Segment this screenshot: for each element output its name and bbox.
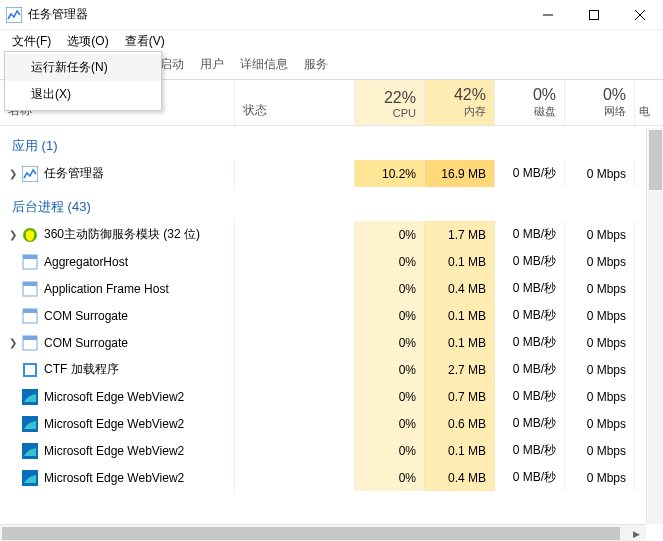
process-cpu-cell: 0% bbox=[355, 302, 425, 329]
process-grid: 应用 (1) ❯ 任务管理器 10.2% 16.9 MB 0 MB/秒 0 Mb… bbox=[0, 126, 663, 541]
process-net-cell: 0 Mbps bbox=[565, 329, 635, 356]
process-status-cell bbox=[235, 356, 355, 383]
process-status-cell bbox=[235, 410, 355, 437]
process-mem-cell: 0.7 MB bbox=[425, 383, 495, 410]
table-row[interactable]: ❯ 360主动防御服务模块 (32 位) 0% 1.7 MB 0 MB/秒 0 … bbox=[0, 221, 663, 248]
table-row[interactable]: ❯ Microsoft Edge WebView2 0% 0.7 MB 0 MB… bbox=[0, 383, 663, 410]
table-row[interactable]: ❯ CTF 加载程序 0% 2.7 MB 0 MB/秒 0 Mbps bbox=[0, 356, 663, 383]
process-net-cell: 0 Mbps bbox=[565, 410, 635, 437]
close-button[interactable] bbox=[617, 0, 663, 30]
process-cpu-cell: 0% bbox=[355, 437, 425, 464]
col-tail[interactable]: 电 bbox=[635, 80, 653, 125]
process-disk-cell: 0 MB/秒 bbox=[495, 248, 565, 275]
expand-chevron-icon[interactable]: ❯ bbox=[8, 337, 18, 348]
menu-run-new-task[interactable]: 运行新任务(N) bbox=[5, 54, 161, 81]
tab-users[interactable]: 用户 bbox=[192, 51, 232, 79]
menu-exit[interactable]: 退出(X) bbox=[5, 81, 161, 108]
process-name-cell: ❯ CTF 加载程序 bbox=[0, 356, 235, 383]
col-disk[interactable]: 0% 磁盘 bbox=[495, 80, 565, 125]
process-disk-cell: 0 MB/秒 bbox=[495, 383, 565, 410]
horizontal-scroll-thumb[interactable] bbox=[2, 527, 620, 540]
process-mem-cell: 0.1 MB bbox=[425, 248, 495, 275]
process-name: Microsoft Edge WebView2 bbox=[44, 390, 184, 404]
process-icon bbox=[22, 281, 38, 297]
table-row[interactable]: ❯ Microsoft Edge WebView2 0% 0.6 MB 0 MB… bbox=[0, 410, 663, 437]
process-cpu-cell: 0% bbox=[355, 410, 425, 437]
process-disk-cell: 0 MB/秒 bbox=[495, 356, 565, 383]
window-title: 任务管理器 bbox=[28, 6, 88, 23]
horizontal-scrollbar[interactable]: ▶ bbox=[0, 524, 646, 541]
table-row[interactable]: ❯ Microsoft Edge WebView2 0% 0.1 MB 0 MB… bbox=[0, 437, 663, 464]
process-icon bbox=[22, 389, 38, 405]
menu-view[interactable]: 查看(V) bbox=[117, 31, 173, 52]
process-cpu-cell: 0% bbox=[355, 356, 425, 383]
table-row[interactable]: ❯ Application Frame Host 0% 0.4 MB 0 MB/… bbox=[0, 275, 663, 302]
process-icon bbox=[22, 335, 38, 351]
table-row[interactable]: ❯ AggregatorHost 0% 0.1 MB 0 MB/秒 0 Mbps bbox=[0, 248, 663, 275]
process-net-cell: 0 Mbps bbox=[565, 160, 635, 187]
minimize-button[interactable] bbox=[525, 0, 571, 30]
tab-details[interactable]: 详细信息 bbox=[232, 51, 296, 79]
process-net-cell: 0 Mbps bbox=[565, 275, 635, 302]
vertical-scrollbar[interactable] bbox=[646, 128, 663, 524]
expand-chevron-icon[interactable]: ❯ bbox=[8, 229, 18, 240]
process-net-cell: 0 Mbps bbox=[565, 221, 635, 248]
col-status[interactable]: 状态 bbox=[235, 80, 355, 125]
process-name-cell: ❯ Microsoft Edge WebView2 bbox=[0, 437, 235, 464]
process-name-cell: ❯ COM Surrogate bbox=[0, 329, 235, 356]
maximize-button[interactable] bbox=[571, 0, 617, 30]
process-name-cell: ❯ Application Frame Host bbox=[0, 275, 235, 302]
process-icon bbox=[22, 308, 38, 324]
col-cpu-pct: 22% bbox=[384, 89, 416, 107]
process-net-cell: 0 Mbps bbox=[565, 464, 635, 491]
process-icon bbox=[22, 227, 38, 243]
vertical-scroll-thumb[interactable] bbox=[649, 130, 662, 190]
process-net-cell: 0 Mbps bbox=[565, 302, 635, 329]
menu-options[interactable]: 选项(O) bbox=[59, 31, 116, 52]
svg-rect-2 bbox=[590, 10, 599, 19]
col-cpu[interactable]: 22% CPU bbox=[355, 80, 425, 125]
taskmgr-icon bbox=[6, 7, 22, 23]
col-net-pct: 0% bbox=[603, 86, 626, 104]
col-disk-pct: 0% bbox=[533, 86, 556, 104]
process-status-cell bbox=[235, 248, 355, 275]
process-name-cell: ❯ 360主动防御服务模块 (32 位) bbox=[0, 221, 235, 248]
col-mem[interactable]: 42% 内存 bbox=[425, 80, 495, 125]
svg-rect-12 bbox=[23, 309, 37, 313]
process-net-cell: 0 Mbps bbox=[565, 356, 635, 383]
menu-file[interactable]: 文件(F) bbox=[4, 31, 59, 52]
process-name: Microsoft Edge WebView2 bbox=[44, 471, 184, 485]
process-icon bbox=[22, 416, 38, 432]
file-dropdown: 运行新任务(N) 退出(X) bbox=[4, 51, 162, 111]
expand-chevron-icon[interactable]: ❯ bbox=[8, 168, 18, 179]
process-status-cell bbox=[235, 329, 355, 356]
group-background[interactable]: 后台进程 (43) bbox=[0, 193, 663, 221]
process-disk-cell: 0 MB/秒 bbox=[495, 410, 565, 437]
process-disk-cell: 0 MB/秒 bbox=[495, 329, 565, 356]
col-disk-label: 磁盘 bbox=[534, 104, 556, 119]
table-row[interactable]: ❯ Microsoft Edge WebView2 0% 0.4 MB 0 MB… bbox=[0, 464, 663, 491]
table-row[interactable]: ❯ COM Surrogate 0% 0.1 MB 0 MB/秒 0 Mbps bbox=[0, 329, 663, 356]
tab-services[interactable]: 服务 bbox=[296, 51, 336, 79]
table-row[interactable]: ❯ 任务管理器 10.2% 16.9 MB 0 MB/秒 0 Mbps bbox=[0, 160, 663, 187]
process-mem-cell: 2.7 MB bbox=[425, 356, 495, 383]
process-disk-cell: 0 MB/秒 bbox=[495, 302, 565, 329]
process-name: COM Surrogate bbox=[44, 336, 128, 350]
process-name: 任务管理器 bbox=[44, 165, 104, 182]
process-cpu-cell: 0% bbox=[355, 383, 425, 410]
process-mem-cell: 0.4 MB bbox=[425, 275, 495, 302]
process-mem-cell: 0.1 MB bbox=[425, 302, 495, 329]
process-icon bbox=[22, 254, 38, 270]
process-name-cell: ❯ Microsoft Edge WebView2 bbox=[0, 464, 235, 491]
process-net-cell: 0 Mbps bbox=[565, 383, 635, 410]
process-disk-cell: 0 MB/秒 bbox=[495, 437, 565, 464]
tab-startup[interactable]: 启动 bbox=[160, 51, 192, 79]
table-row[interactable]: ❯ COM Surrogate 0% 0.1 MB 0 MB/秒 0 Mbps bbox=[0, 302, 663, 329]
col-net[interactable]: 0% 网络 bbox=[565, 80, 635, 125]
process-name-cell: ❯ COM Surrogate bbox=[0, 302, 235, 329]
group-apps[interactable]: 应用 (1) bbox=[0, 132, 663, 160]
process-icon bbox=[22, 470, 38, 486]
scroll-right-arrow[interactable]: ▶ bbox=[629, 525, 644, 541]
process-status-cell bbox=[235, 160, 355, 187]
process-mem-cell: 0.4 MB bbox=[425, 464, 495, 491]
